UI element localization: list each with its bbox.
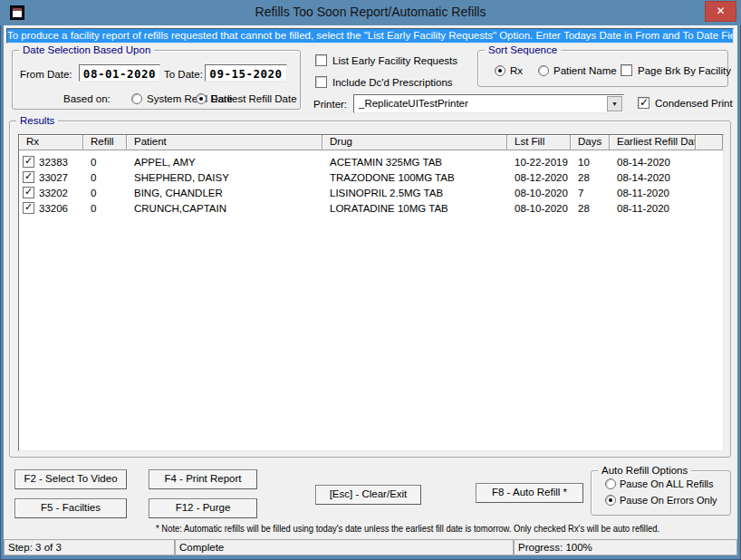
- cell-earliest-refill-date: 08-14-2020: [610, 157, 696, 168]
- checkbox-include-dcd-prescriptions[interactable]: [315, 76, 327, 88]
- row-checkbox[interactable]: [23, 171, 34, 183]
- auto-refill-options-group: Auto Refill Options Pause On ALL Refills…: [591, 470, 731, 516]
- cell-lst-fill: 08-10-2020: [507, 203, 571, 214]
- window-title: Refills Too Soon Report/Automatic Refill…: [255, 5, 486, 19]
- cell-drug: TRAZODONE 100MG TAB: [322, 172, 507, 183]
- cell-patient: BING, CHANDLER: [127, 188, 322, 198]
- radio-pause-on-all-refills[interactable]: [605, 478, 616, 489]
- from-date-field[interactable]: 08-01-2020: [79, 64, 160, 82]
- radio-sort-patient-name-label: Patient Name: [553, 65, 617, 76]
- rx-number: 33202: [39, 188, 68, 198]
- cell-refill: 0: [83, 172, 127, 183]
- results-header: Rx Refill Patient Drug Lst Fill Days Ear…: [19, 135, 723, 150]
- header-cell-rx[interactable]: Rx: [19, 135, 83, 150]
- results-group-label: Results: [16, 115, 58, 126]
- results-group: Results Rx Refill Patient Drug Lst Fill …: [9, 121, 731, 458]
- status-step: Step: 3 of 3: [4, 539, 175, 555]
- info-banner: To produce a facility report of refills …: [6, 28, 734, 43]
- rx-number: 33206: [39, 203, 68, 214]
- f5-facilities-button[interactable]: F5 - Facilties: [14, 498, 127, 518]
- checkbox-condensed-print-label: Condensed Print: [655, 98, 733, 109]
- cell-rx: 33202: [19, 187, 83, 198]
- cell-rx: 33206: [19, 202, 83, 214]
- radio-earliest-refill-date[interactable]: [196, 93, 207, 104]
- cell-drug: LORATADINE 10MG TAB: [322, 203, 507, 214]
- status-progress: Progress: 100%: [514, 539, 737, 555]
- printer-select[interactable]: _ReplicateUITestPrinter ▼: [353, 94, 624, 113]
- cell-refill: 0: [83, 203, 127, 214]
- f4-print-report-button[interactable]: F4 - Print Report: [149, 469, 257, 489]
- checkbox-list-early-facility-requests[interactable]: [315, 54, 327, 66]
- close-icon: ✕: [716, 5, 725, 17]
- table-row[interactable]: 33027 0 SHEPHERD, DAISY TRAZODONE 100MG …: [19, 169, 723, 185]
- cell-lst-fill: 08-10-2020: [507, 188, 571, 198]
- table-row[interactable]: 32383 0 APPEL, AMY ACETAMIN 325MG TAB 10…: [19, 154, 723, 169]
- radio-pause-on-errors-only[interactable]: [605, 495, 616, 506]
- header-cell-refill[interactable]: Refill: [83, 135, 127, 150]
- radio-sort-rx[interactable]: [495, 65, 505, 76]
- header-cell-filler: [696, 135, 723, 150]
- cell-patient: APPEL, AMY: [127, 157, 322, 168]
- radio-system-refill-date[interactable]: [131, 93, 142, 104]
- printer-value: _ReplicateUITestPrinter: [359, 98, 468, 109]
- sort-sequence-group-label: Sort Sequence: [485, 44, 561, 55]
- radio-sort-patient-name[interactable]: [538, 65, 549, 76]
- client-area: To produce a facility report of refills …: [4, 25, 737, 555]
- results-table[interactable]: Rx Refill Patient Drug Lst Fill Days Ear…: [18, 134, 724, 451]
- from-date-label: From Date:: [20, 69, 72, 80]
- header-cell-lst-fill[interactable]: Lst Fill: [507, 135, 571, 150]
- cell-refill: 0: [83, 157, 127, 168]
- cell-rx: 32383: [19, 156, 83, 168]
- row-checkbox[interactable]: [23, 187, 34, 198]
- radio-pause-on-errors-only-label: Pause On Errors Only: [620, 495, 717, 506]
- cell-refill: 0: [83, 188, 127, 198]
- row-checkbox[interactable]: [23, 156, 34, 168]
- f2-select-to-video-button[interactable]: F2 - Select To Video: [14, 469, 127, 489]
- table-row[interactable]: 33202 0 BING, CHANDLER LISINOPRIL 2.5MG …: [19, 185, 723, 200]
- auto-refill-options-group-label: Auto Refill Options: [598, 465, 691, 476]
- to-date-label: To Date:: [164, 69, 203, 80]
- to-date-field[interactable]: 09-15-2020: [205, 64, 287, 82]
- close-button[interactable]: ✕: [705, 1, 736, 22]
- cell-earliest-refill-date: 08-11-2020: [610, 203, 696, 214]
- printer-label: Printer:: [313, 99, 347, 110]
- cell-rx: 33027: [19, 171, 83, 183]
- date-selection-group-label: Date Selection Based Upon: [19, 44, 154, 55]
- header-cell-days[interactable]: Days: [571, 135, 610, 150]
- cell-patient: CRUNCH,CAPTAIN: [127, 203, 322, 214]
- table-row[interactable]: 33206 0 CRUNCH,CAPTAIN LORATADINE 10MG T…: [19, 200, 723, 216]
- cell-days: 28: [571, 172, 610, 183]
- sort-sequence-group: Sort Sequence Rx Patient Name Page Brk B…: [477, 50, 728, 87]
- based-on-label: Based on:: [63, 93, 111, 104]
- app-icon: [10, 5, 24, 20]
- checkbox-condensed-print[interactable]: [638, 97, 650, 109]
- radio-earliest-refill-date-label: Earliest Refill Date: [211, 93, 297, 104]
- row-checkbox[interactable]: [23, 202, 34, 214]
- checkbox-page-brk-by-facility[interactable]: [621, 64, 632, 76]
- radio-pause-on-all-refills-label: Pause On ALL Refills: [620, 478, 714, 489]
- dropdown-arrow-icon[interactable]: ▼: [607, 96, 622, 111]
- f12-purge-button[interactable]: F12 - Purge: [149, 498, 257, 518]
- cell-drug: LISINOPRIL 2.5MG TAB: [322, 188, 507, 198]
- header-cell-drug[interactable]: Drug: [322, 135, 507, 150]
- date-selection-group: Date Selection Based Upon From Date: 08-…: [12, 50, 301, 110]
- checkbox-include-dcd-prescriptions-label: Include Dc'd Prescriptions: [332, 77, 453, 88]
- cell-lst-fill: 08-12-2020: [507, 172, 571, 183]
- header-cell-patient[interactable]: Patient: [127, 135, 322, 150]
- cell-drug: ACETAMIN 325MG TAB: [322, 157, 507, 168]
- cell-days: 7: [571, 188, 610, 198]
- checkbox-list-early-facility-requests-label: List Early Facility Requests: [332, 55, 457, 66]
- rx-number: 32383: [39, 157, 68, 168]
- checkbox-page-brk-by-facility-label: Page Brk By Facility: [638, 65, 731, 76]
- status-message: Complete: [175, 539, 514, 555]
- dialog-window: Refills Too Soon Report/Automatic Refill…: [0, 0, 741, 560]
- radio-sort-rx-label: Rx: [510, 65, 523, 76]
- rx-number: 33027: [39, 172, 68, 183]
- title-bar: Refills Too Soon Report/Automatic Refill…: [0, 0, 741, 25]
- cell-lst-fill: 10-22-2019: [507, 157, 571, 168]
- esc-clear-exit-button[interactable]: [Esc] - Clear/Exit: [315, 485, 421, 505]
- cell-earliest-refill-date: 08-14-2020: [610, 172, 696, 183]
- f8-auto-refill-button[interactable]: F8 - Auto Refill *: [476, 483, 583, 503]
- status-bar: Step: 3 of 3 Complete Progress: 100%: [4, 539, 737, 555]
- header-cell-earliest-refill-date[interactable]: Earliest Refill Date: [610, 135, 696, 150]
